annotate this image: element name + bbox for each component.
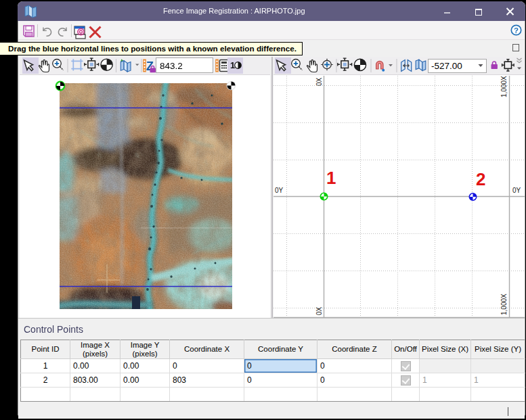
svg-text:-527.00: -527.00 <box>431 61 462 71</box>
svg-text:0Y: 0Y <box>275 187 284 194</box>
svg-text:?: ? <box>514 26 519 34</box>
svg-text:0Y: 0Y <box>512 187 521 194</box>
svg-text:1: 1 <box>326 168 336 188</box>
svg-text:0X: 0X <box>315 77 323 86</box>
svg-text:1,000X: 1,000X <box>500 294 508 315</box>
svg-text:843.2: 843.2 <box>160 61 183 71</box>
svg-text:2: 2 <box>476 169 485 189</box>
svg-text:1,000X: 1,000X <box>500 76 508 97</box>
svg-text:0X: 0X <box>315 306 323 315</box>
